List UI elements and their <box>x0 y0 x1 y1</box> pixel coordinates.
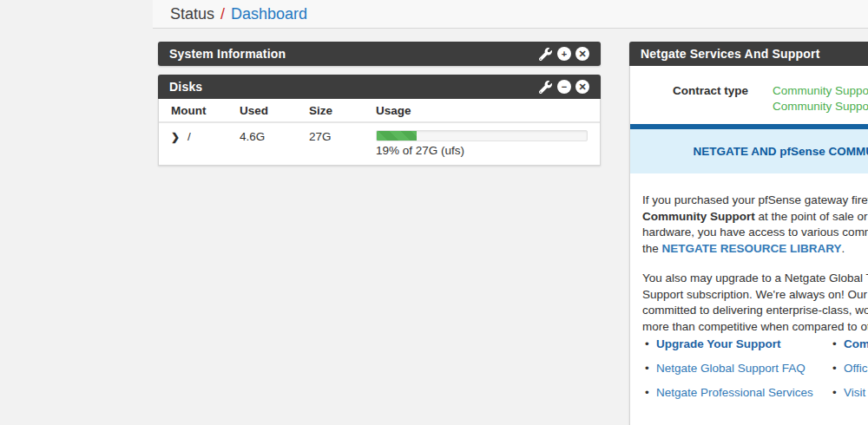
paragraph-line: If you purchased your pfSense gateway fi… <box>642 193 868 209</box>
disk-usage-bar <box>376 130 588 141</box>
netgate-professional-services-link[interactable]: Netgate Professional Services <box>656 386 813 399</box>
community-support-banner-text: NETGATE AND pfSense COMMUNITY SUPPORT <box>693 145 868 158</box>
disks-col-mount: Mount <box>159 99 240 122</box>
visit-web-site-link[interactable]: Visit our Web Site <box>844 386 868 399</box>
paragraph-line: committed to delivering enterprise-class… <box>642 303 868 319</box>
breadcrumb-separator: / <box>220 5 225 23</box>
paragraph-line: hardware, you have access to various com… <box>642 225 868 241</box>
plus-circle-icon[interactable]: + <box>557 47 571 61</box>
contract-type-value: Community Support <box>773 83 868 99</box>
system-information-panel-header: System Information + ✕ <box>158 42 601 66</box>
contract-type-row: Contract type Community Support Communit… <box>630 66 868 124</box>
bold-text: Community Support <box>642 210 755 223</box>
paragraph-line: Community Support at the point of sale o… <box>642 209 868 226</box>
paragraph-line: more than competitive when compared to o… <box>642 319 868 336</box>
community-support-banner: NETGATE AND pfSense COMMUNITY SUPPORT <box>630 124 868 173</box>
netgate-panel-header: Netgate Services And Support <box>629 42 868 66</box>
disks-col-size: Size <box>309 99 376 122</box>
contract-type-label: Contract type <box>642 83 748 114</box>
contract-type-values: Community Support Community Support <box>773 83 868 114</box>
breadcrumb-page-link[interactable]: Dashboard <box>231 5 307 23</box>
netgate-panel-body: Contract type Community Support Communit… <box>629 66 868 425</box>
disk-size-cell: 27G <box>309 122 376 165</box>
paragraph-text: at the point of sale or installed <box>755 210 868 223</box>
list-item: Visit our Web Site <box>830 386 868 399</box>
disk-usage-bar-fill <box>377 131 417 141</box>
system-information-title: System Information <box>169 47 286 61</box>
dashboard-left-column: System Information + ✕ Disks − ✕ <box>158 42 601 166</box>
support-links-left: Upgrade Your Support Netgate Global Supp… <box>642 337 830 410</box>
list-item: Upgrade Your Support <box>642 337 830 350</box>
netgate-support-panel: Netgate Services And Support Contract ty… <box>629 42 868 425</box>
list-item: Netgate Global Support FAQ <box>642 362 830 375</box>
system-information-header-icons: + ✕ <box>538 47 589 62</box>
disks-panel: Disks − ✕ Mount Used Size Usage <box>158 75 601 166</box>
disk-mount-value: / <box>187 130 191 143</box>
netgate-panel-title: Netgate Services And Support <box>641 47 820 61</box>
disk-usage-cell: 19% of 27G (ufs) <box>376 122 600 165</box>
official-pfsense-training-link[interactable]: Official pfSense Training by Netgate <box>844 362 868 375</box>
disk-used-cell: 4.6G <box>240 122 309 165</box>
disks-header-icons: − ✕ <box>538 80 589 95</box>
disks-col-usage: Usage <box>376 99 600 122</box>
paragraph-line: You also may upgrade to a Netgate Global… <box>642 271 868 287</box>
paragraph-line: Support subscription. We're always on! O… <box>642 287 868 304</box>
chevron-right-icon[interactable]: ❯ <box>171 131 180 143</box>
list-item: Official pfSense Training by Netgate <box>830 362 868 375</box>
table-row: ❯/ 4.6G 27G 19% of 27G (ufs) <box>159 122 600 165</box>
netgate-global-support-faq-link[interactable]: Netgate Global Support FAQ <box>656 362 806 375</box>
disks-table: Mount Used Size Usage ❯/ 4.6G 27G <box>159 99 600 165</box>
paragraph-text: . <box>842 242 845 255</box>
support-links: Upgrade Your Support Netgate Global Supp… <box>642 337 868 410</box>
paragraph-text: the <box>642 242 662 255</box>
support-paragraph-1: If you purchased your pfSense gateway fi… <box>642 193 868 257</box>
close-circle-icon[interactable]: ✕ <box>575 80 589 94</box>
disk-mount-cell: ❯/ <box>159 122 240 165</box>
disks-panel-header: Disks − ✕ <box>158 75 601 99</box>
breadcrumb: Status / Dashboard <box>153 0 868 29</box>
disk-usage-caption: 19% of 27G (ufs) <box>376 144 588 157</box>
contract-type-value: Community Support <box>773 99 868 114</box>
list-item: Community Support Resources <box>830 337 868 350</box>
disks-title: Disks <box>169 80 202 94</box>
minus-circle-icon[interactable]: − <box>557 80 571 94</box>
disks-col-used: Used <box>240 99 309 122</box>
paragraph-line: the NETGATE RESOURCE LIBRARY. <box>642 241 868 258</box>
close-circle-icon[interactable]: ✕ <box>575 47 589 61</box>
upgrade-your-support-link[interactable]: Upgrade Your Support <box>656 337 781 350</box>
support-paragraph-2: You also may upgrade to a Netgate Global… <box>642 271 868 335</box>
disks-panel-body: Mount Used Size Usage ❯/ 4.6G 27G <box>158 99 601 166</box>
community-support-resources-link[interactable]: Community Support Resources <box>844 337 868 350</box>
netgate-resource-library-link[interactable]: NETGATE RESOURCE LIBRARY <box>662 242 842 255</box>
list-item: Netgate Professional Services <box>642 386 830 399</box>
wrench-icon[interactable] <box>538 80 553 95</box>
support-links-right: Community Support Resources Official pfS… <box>830 337 868 410</box>
wrench-icon[interactable] <box>538 47 553 62</box>
breadcrumb-section: Status <box>170 5 214 23</box>
